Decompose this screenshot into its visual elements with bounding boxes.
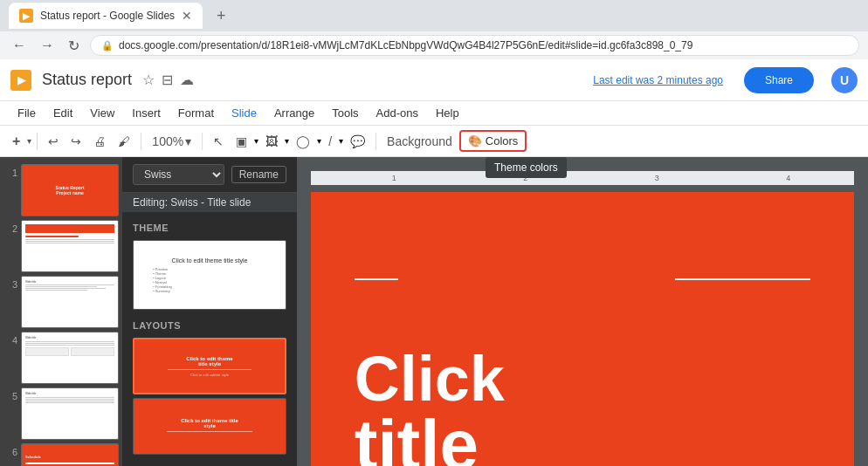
address-box[interactable]: 🔒 docs.google.com/presentation/d/18R1ei8… (90, 35, 859, 56)
refresh-button[interactable]: ↻ (65, 36, 83, 56)
menu-edit[interactable]: Edit (46, 105, 79, 121)
star-icon[interactable]: ☆ (142, 72, 155, 88)
menu-bar: File Edit View Insert Format Slide Arran… (0, 101, 868, 126)
slide-thumb-4[interactable]: 4 Slide title (3, 332, 119, 384)
address-bar-row: ← → ↻ 🔒 docs.google.com/presentation/d/1… (0, 31, 868, 59)
colors-button[interactable]: 🎨 Colors (459, 130, 527, 152)
slide-thumb-3[interactable]: 3 Slide title (3, 276, 119, 328)
add-slide-button[interactable]: + (7, 130, 25, 153)
menu-slide[interactable]: Slide (224, 105, 264, 121)
layout-dropdown-icon[interactable]: ▾ (254, 136, 258, 146)
shape-dropdown-icon[interactable]: ▾ (317, 136, 321, 146)
layout-thumb-2[interactable]: Click to edit theme titlestyle (133, 398, 286, 455)
doc-title: Status report (42, 71, 132, 89)
background-button[interactable]: Background (382, 131, 458, 152)
slide-img-6: Schedule (21, 443, 119, 466)
theme-header: Swiss Rename (122, 157, 297, 193)
theme-sidebar: Swiss Rename Editing: Swiss - Title slid… (122, 157, 297, 466)
forward-button[interactable]: → (37, 36, 58, 55)
menu-tools[interactable]: Tools (325, 105, 365, 121)
slide-number-2: 2 (3, 220, 17, 234)
colors-icon: 🎨 (468, 134, 482, 147)
slide-number-6: 6 (3, 443, 17, 457)
slide-thumb-5[interactable]: 5 Slide title (3, 387, 119, 440)
theme-select[interactable]: Swiss (133, 164, 224, 185)
shape-tool-button[interactable]: ◯ (291, 131, 315, 152)
background-label: Background (387, 134, 452, 148)
zoom-dropdown-icon: ▾ (185, 134, 191, 148)
layout-thumb-1-text: Click to edit themetitle style (186, 356, 232, 367)
slide-img-1: Status ReportProject name (21, 164, 119, 216)
slide-thumb-1[interactable]: 1 Status ReportProject name (3, 164, 119, 216)
cursor-tool-button[interactable]: ↖ (208, 131, 229, 152)
layout-tool-button[interactable]: ▣ (231, 131, 252, 152)
theme-preview[interactable]: Click to edit theme title style • Previe… (133, 240, 286, 310)
menu-addons[interactable]: Add-ons (369, 105, 425, 121)
ruler-mark-1: 1 (328, 174, 460, 182)
slide-text-click: Click (355, 347, 505, 410)
slide-canvas[interactable]: Click title (311, 192, 854, 466)
divider-2 (141, 133, 141, 150)
colors-label: Colors (486, 134, 519, 147)
divider-4 (375, 133, 376, 150)
share-button[interactable]: Share (765, 74, 793, 86)
menu-view[interactable]: View (83, 105, 121, 121)
editing-bar: Editing: Swiss - Title slide (122, 193, 297, 212)
comment-button[interactable]: 💬 (345, 131, 370, 152)
slide-line-right (675, 278, 811, 280)
divider-1 (37, 133, 38, 150)
app-header: ▶ Status report ☆ ⊟ ☁ Last edit was 2 mi… (0, 59, 868, 101)
slide-number-3: 3 (3, 276, 17, 290)
menu-file[interactable]: File (10, 105, 43, 121)
slide-thumb-2[interactable]: 2 (3, 220, 119, 272)
image-dropdown-icon[interactable]: ▾ (285, 136, 289, 146)
last-edit-text[interactable]: Last edit was 2 minutes ago (593, 74, 723, 86)
print-button[interactable]: 🖨 (88, 131, 111, 152)
zoom-button[interactable]: 100% ▾ (147, 131, 196, 152)
logo-letter: ▶ (17, 74, 25, 86)
ruler-marks: 1 2 3 4 (328, 174, 854, 182)
redo-button[interactable]: ↪ (65, 131, 86, 152)
menu-insert[interactable]: Insert (125, 105, 168, 121)
active-tab[interactable]: ▶ Status report - Google Slides ✕ (9, 3, 203, 29)
image-tool-button[interactable]: 🖼 (260, 131, 283, 152)
lock-icon: 🔒 (101, 40, 114, 51)
back-button[interactable]: ← (9, 36, 30, 55)
main-area: 1 Status ReportProject name 2 3 Slide ti… (0, 157, 868, 466)
slide-1-title: Status ReportProject name (56, 185, 85, 195)
ruler-mark-3: 3 (591, 174, 723, 182)
menu-arrange[interactable]: Arrange (267, 105, 321, 121)
slide-thumb-6[interactable]: 6 Schedule (3, 443, 119, 466)
menu-format[interactable]: Format (171, 105, 221, 121)
canvas-area: 1 2 3 4 Click title (297, 157, 868, 466)
add-dropdown[interactable]: ▾ (27, 136, 31, 146)
slides-logo: ▶ (10, 70, 31, 91)
slide-img-2 (21, 220, 119, 272)
slide-big-text: Click title (355, 347, 505, 466)
preview-title: Click to edit theme title style (172, 257, 248, 264)
layout-thumb-2-text: Click to edit theme titlestyle (181, 418, 238, 428)
rename-button[interactable]: Rename (231, 166, 286, 183)
slide-img-5: Slide title (21, 387, 119, 440)
tab-close-icon[interactable]: ✕ (182, 9, 192, 23)
paint-format-button[interactable]: 🖌 (113, 131, 135, 152)
layout-underline-2 (167, 431, 251, 432)
line-dropdown-icon[interactable]: ▾ (339, 136, 343, 146)
undo-button[interactable]: ↩ (43, 131, 64, 152)
browser-tab-bar: ▶ Status report - Google Slides ✕ + (0, 0, 868, 31)
slide-panel: 1 Status ReportProject name 2 3 Slide ti… (0, 157, 122, 466)
ruler: 1 2 3 4 (311, 171, 854, 185)
layout-thumb-1-sub: Click to edit subtitle style (190, 373, 229, 377)
menu-help[interactable]: Help (429, 105, 466, 121)
slide-number-5: 5 (3, 387, 17, 401)
layout-thumb-1[interactable]: Click to edit themetitle style Click to … (133, 338, 286, 394)
editing-text: Editing: Swiss - Title slide (133, 196, 251, 209)
slide-text-title: title (355, 410, 505, 466)
line-tool-button[interactable]: / (323, 131, 337, 152)
zoom-label: 100% (152, 134, 183, 148)
new-tab-button[interactable]: + (210, 7, 233, 25)
cloud-icon[interactable]: ☁ (180, 72, 194, 88)
drive-icon[interactable]: ⊟ (162, 72, 173, 88)
slide-number-1: 1 (3, 164, 17, 178)
avatar[interactable]: U (840, 73, 849, 87)
